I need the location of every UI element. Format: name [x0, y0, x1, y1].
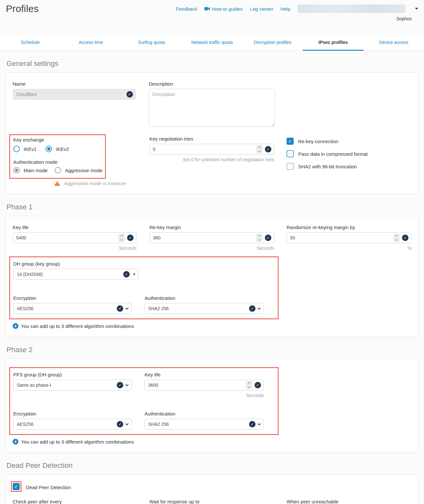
dpd-card: ✓ Dead Peer Detection Check peer after e…: [6, 474, 418, 504]
rekey-margin-unit: Seconds: [149, 246, 274, 251]
phase2-card: PFS group (DH group) Same as phase-I ✓ K…: [6, 359, 418, 453]
number-stepper[interactable]: [393, 234, 400, 242]
pfs-group-label: PFS group (DH group): [13, 372, 132, 377]
number-stepper[interactable]: [118, 234, 125, 242]
name-field: ✓: [13, 89, 136, 100]
rekey-margin-field[interactable]: ✓: [149, 232, 274, 243]
aggressive-mode-label: Aggressive mode: [65, 168, 103, 173]
header-links: Feedback How-to guides Log viewer Help: [176, 5, 418, 13]
phase1-encryption-select[interactable]: AES256 ✓: [13, 303, 132, 314]
rekey-connection-checkbox[interactable]: ✓: [287, 138, 294, 145]
phase2-authentication-value: SHA2 256: [148, 422, 249, 427]
log-viewer-link[interactable]: Log viewer: [250, 6, 274, 12]
phase1-key-life-unit: Seconds: [13, 246, 136, 251]
valid-check-icon: ✓: [249, 421, 255, 427]
add-icon[interactable]: +: [13, 323, 18, 329]
key-exchange-annotation-frame: Key exchange IKEv1 IKEv2 Authentication …: [9, 134, 106, 179]
tab-schedule[interactable]: Schedule: [0, 34, 60, 50]
randomize-margin-label: Randomize re-keying margin by: [287, 225, 411, 230]
page-title: Profiles: [6, 3, 39, 14]
add-icon[interactable]: +: [13, 439, 18, 445]
name-input: [16, 92, 126, 97]
tab-device-access[interactable]: Device access: [364, 34, 424, 50]
pfs-group-value: Same as phase-I: [17, 383, 117, 388]
description-textarea[interactable]: [149, 89, 275, 127]
dpd-heading: Dead Peer Detection: [6, 461, 418, 470]
valid-check-icon: ✓: [402, 235, 408, 241]
howto-guides-link[interactable]: How-to guides: [204, 6, 243, 12]
valid-check-icon: ✓: [117, 382, 123, 388]
help-link[interactable]: Help: [280, 6, 290, 12]
randomize-margin-field[interactable]: ✓: [287, 232, 411, 243]
page-header: Profiles Feedback How-to guides Log view…: [0, 0, 424, 34]
tab-ipsec-profiles[interactable]: IPsec profiles: [303, 34, 363, 50]
authentication-mode-label: Authentication mode: [13, 159, 105, 165]
pass-compressed-checkbox[interactable]: ✓: [287, 150, 294, 157]
number-stepper[interactable]: [246, 381, 252, 389]
dh-group-select[interactable]: 14 (DH2048) ✓: [13, 269, 138, 280]
phase2-heading: Phase 2: [6, 346, 418, 354]
phase2-key-life-label: Key life: [145, 372, 264, 377]
key-exchange-label: Key exchange: [13, 137, 105, 142]
main-mode-radio: [13, 167, 20, 173]
randomize-margin-input[interactable]: [290, 235, 393, 240]
ikev1-radio[interactable]: [13, 146, 20, 152]
phase2-authentication-label: Authentication: [145, 411, 264, 416]
rekey-margin-input[interactable]: [153, 235, 256, 240]
phase1-card: Key life ✓ Seconds Re-key margin ✓ Secon…: [6, 216, 418, 337]
sha2-truncation-checkbox[interactable]: ✓: [287, 163, 294, 170]
phase1-encryption-value: AES256: [17, 306, 117, 311]
phase1-encryption-label: Encryption: [13, 295, 132, 301]
dpd-checkbox[interactable]: ✓: [13, 483, 20, 490]
phase1-combo-note: + You can add up to 3 different algorith…: [13, 323, 411, 329]
valid-check-icon: ✓: [117, 421, 123, 427]
tab-decryption-profiles[interactable]: Decryption profiles: [242, 34, 303, 50]
phase1-key-life-input[interactable]: [16, 235, 118, 240]
phase2-authentication-select[interactable]: SHA2 256 ✓: [145, 419, 264, 430]
ikev2-radio[interactable]: [46, 146, 52, 152]
name-label: Name: [13, 81, 136, 87]
phase2-encryption-select[interactable]: AES256 ✓: [13, 419, 132, 430]
main-mode-label: Main mode: [24, 168, 48, 173]
tab-network-traffic-quota[interactable]: Network traffic quota: [182, 34, 242, 50]
valid-check-icon: ✓: [126, 91, 133, 98]
phase1-authentication-select[interactable]: SHA2 256 ✓: [145, 303, 264, 314]
key-negotiation-label: Key negotiation tries: [149, 136, 274, 142]
phase1-authentication-value: SHA2 256: [148, 306, 249, 311]
rekey-connection-label: Re-key connection: [298, 139, 338, 144]
header-right: Feedback How-to guides Log viewer Help S…: [176, 3, 418, 21]
key-negotiation-field[interactable]: ✓: [149, 144, 274, 155]
phase2-key-life-input[interactable]: [148, 383, 246, 388]
dh-group-value: 14 (DH2048): [17, 272, 123, 277]
valid-check-icon: ✓: [127, 235, 134, 241]
number-stepper[interactable]: [256, 234, 263, 242]
phase1-key-life-field[interactable]: ✓: [13, 232, 136, 243]
warning-text: Aggressive mode is insecure: [64, 181, 126, 186]
general-settings-heading: General settings: [6, 59, 418, 68]
key-negotiation-input[interactable]: [153, 147, 256, 152]
chevron-down-icon: [125, 422, 129, 425]
chevron-down-icon: [258, 307, 261, 310]
account-dropdown[interactable]: [298, 5, 405, 13]
dpd-checkbox-annotation-frame: ✓: [11, 481, 21, 492]
sha2-truncation-label: SHA2 with 96-bit truncation: [298, 164, 357, 169]
phase2-combo-note-text: You can add up to 3 different algorithm …: [21, 439, 134, 445]
tab-surfing-quota[interactable]: Surfing quota: [121, 34, 182, 50]
pfs-group-select[interactable]: Same as phase-I ✓: [13, 380, 132, 391]
dropdown-caret-icon: [133, 274, 136, 275]
description-label: Description: [149, 81, 275, 87]
chevron-down-icon: [125, 383, 129, 386]
warning-triangle-icon: [54, 181, 60, 186]
randomize-margin-unit: %: [287, 246, 411, 251]
phase2-key-life-field[interactable]: ✓: [145, 380, 264, 391]
phase1-algorithms-annotation-frame: DH group (key group) 14 (DH2048) ✓ Encry…: [9, 257, 278, 319]
feedback-link[interactable]: Feedback: [176, 6, 197, 12]
tab-access-time[interactable]: Access time: [60, 34, 121, 50]
phase1-authentication-label: Authentication: [145, 295, 264, 301]
check-peer-label: Check peer after every: [13, 499, 136, 504]
wait-response-label: Wait for response up to: [149, 499, 274, 504]
valid-check-icon: ✓: [265, 146, 271, 152]
number-stepper[interactable]: [256, 145, 263, 153]
phase2-encryption-value: AES256: [17, 422, 117, 427]
chevron-down-icon[interactable]: [415, 8, 418, 10]
